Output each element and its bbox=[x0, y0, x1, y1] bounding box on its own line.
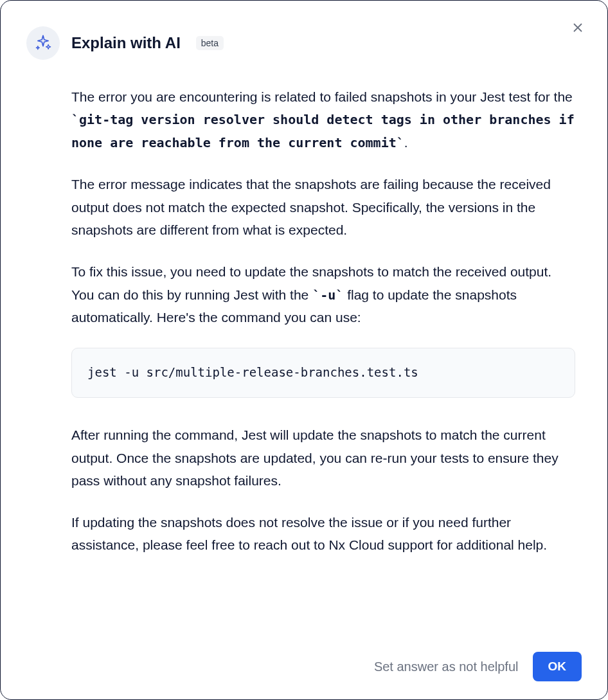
dialog-header: Explain with AI beta bbox=[26, 26, 582, 60]
beta-badge: beta bbox=[196, 36, 224, 50]
code-block: jest -u src/multiple-release-branches.te… bbox=[71, 348, 575, 398]
ok-button[interactable]: OK bbox=[533, 652, 582, 681]
sparkles-icon bbox=[34, 34, 52, 52]
inline-code-test-name: `git-tag version resolver should detect … bbox=[71, 112, 575, 150]
paragraph-4: After running the command, Jest will upd… bbox=[71, 424, 575, 492]
close-icon bbox=[571, 21, 585, 35]
text: . bbox=[404, 135, 408, 150]
paragraph-3: To fix this issue, you need to update th… bbox=[71, 260, 575, 328]
not-helpful-button[interactable]: Set answer as not helpful bbox=[374, 660, 519, 674]
dialog-title: Explain with AI bbox=[71, 34, 181, 52]
paragraph-5: If updating the snapshots does not resol… bbox=[71, 511, 575, 557]
dialog-content: The error you are encountering is relate… bbox=[26, 85, 582, 557]
paragraph-2: The error message indicates that the sna… bbox=[71, 173, 575, 241]
paragraph-1: The error you are encountering is relate… bbox=[71, 85, 575, 154]
inline-code-flag: `-u` bbox=[312, 287, 343, 303]
dialog-footer: Set answer as not helpful OK bbox=[374, 652, 582, 681]
text: The error you are encountering is relate… bbox=[71, 89, 573, 104]
ai-icon-wrap bbox=[26, 26, 60, 60]
close-button[interactable] bbox=[569, 19, 587, 37]
ai-explain-dialog: Explain with AI beta The error you are e… bbox=[0, 0, 608, 700]
